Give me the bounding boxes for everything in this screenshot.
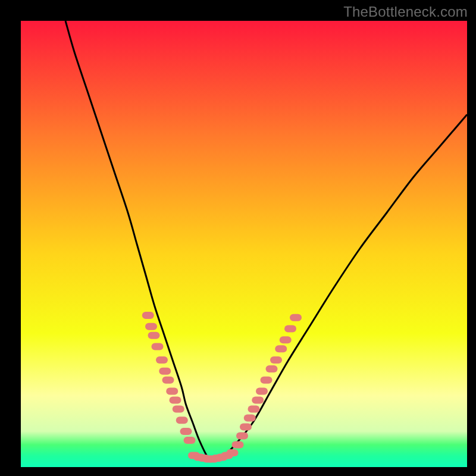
data-dot — [184, 437, 196, 444]
data-dot — [236, 433, 248, 440]
outer-frame: TheBottleneck.com — [0, 0, 476, 476]
plot-area — [21, 21, 467, 467]
data-dot — [284, 325, 296, 333]
data-dot — [166, 388, 178, 395]
data-dot — [159, 368, 171, 375]
bottom-dot-cluster — [188, 449, 239, 463]
data-dot — [176, 416, 188, 424]
watermark-text: TheBottleneck.com — [343, 4, 468, 20]
data-dot — [156, 356, 168, 364]
data-dot — [252, 397, 264, 404]
data-dot — [244, 415, 256, 422]
curve-layer — [21, 21, 467, 467]
data-dot — [145, 323, 157, 330]
data-dot — [152, 343, 164, 350]
data-dot — [232, 441, 244, 449]
data-dot — [270, 356, 282, 364]
data-dot — [275, 345, 287, 352]
left-dot-cluster — [142, 312, 196, 444]
data-dot — [142, 312, 154, 319]
data-dot — [248, 406, 260, 413]
data-dot — [290, 314, 302, 321]
data-dot — [162, 377, 174, 384]
data-dot — [256, 388, 268, 395]
data-dot — [240, 424, 252, 431]
data-dot — [180, 428, 192, 435]
data-dot — [227, 449, 239, 456]
data-dot — [148, 332, 160, 339]
data-dot — [266, 365, 278, 372]
bottleneck-curve — [65, 21, 467, 461]
right-dot-cluster — [232, 314, 302, 449]
data-dot — [173, 406, 184, 413]
data-dot — [261, 377, 273, 384]
data-dot — [170, 397, 181, 404]
data-dot — [280, 336, 292, 343]
